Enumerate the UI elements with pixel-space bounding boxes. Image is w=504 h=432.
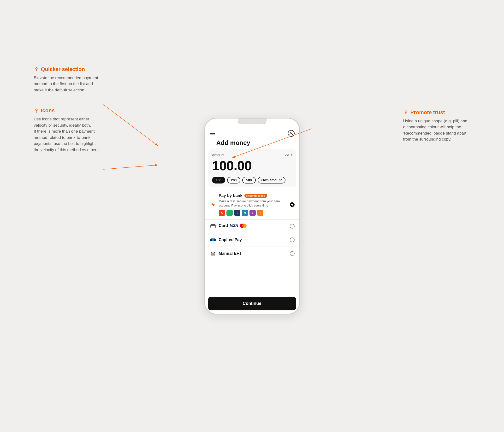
radio-pay-by-bank[interactable] [290,202,295,207]
amount-chips: 100 200 500 Own amount [212,177,292,183]
spacer [205,260,299,294]
card-name: Card [219,223,228,228]
right-annotations: Promote trust Using a unique shape (e.g.… [403,109,470,157]
bank-logo-t: T [257,210,263,216]
chip-100[interactable]: 100 [212,177,225,183]
hamburger-line-3 [210,135,215,135]
svg-marker-4 [211,202,215,207]
svg-rect-5 [211,225,216,228]
svg-rect-16 [211,255,215,255]
phone-notch-area [205,118,299,128]
payment-method-pay-by-bank[interactable]: Pay by bank Recommended Make a fast, sec… [205,190,299,219]
hamburger-line-2 [210,133,215,134]
svg-line-18 [103,165,157,169]
page-title: Add money [216,139,251,147]
bank-logo-i: I [234,210,240,216]
bank-logo-n: N [242,210,248,216]
hamburger-line-1 [210,132,215,132]
radio-card[interactable] [290,224,295,229]
phone-header [205,128,299,138]
currency-label: ZAR [285,153,292,157]
phone-frame: ← Add money Amount ZAR 100.00 100 200 50… [204,118,300,315]
pay-by-bank-desc: Make a fast, secure payment from your ba… [219,199,288,208]
annotation-quicker-selection: Quicker selection Elevate the recommende… [34,66,101,93]
annotation-icons: Icons Use icons that represent either ve… [34,108,101,153]
bank-logo-s: S [250,210,256,216]
card-icons: VISA [230,223,247,228]
capitec-icon [210,236,216,243]
mastercard-logo [239,223,247,228]
svg-point-11 [212,239,214,241]
bulb-icon-3 [403,110,408,115]
annotation-quicker-title: Quicker selection [41,66,85,72]
capitec-name: Capitec Pay [219,237,242,242]
amount-label: Amount [212,153,225,157]
annotation-icons-body: Use icons that represent either velocity… [34,116,101,153]
annotation-promote-body: Using a unique shape (e.g. pill) and a c… [403,118,470,143]
recommended-badge: Recommended [244,194,267,198]
profile-button[interactable] [288,130,295,137]
card-icon [210,223,216,230]
annotation-quicker-body: Elevate the recommended payment method t… [34,75,101,93]
svg-line-17 [103,105,157,145]
svg-marker-12 [211,252,215,253]
svg-rect-13 [211,253,212,255]
bank-logo-f: F [226,210,233,216]
bank-building-icon [210,250,216,257]
left-annotations: Quicker selection Elevate the recommende… [34,66,101,167]
svg-point-1 [36,109,37,111]
bulb-icon-2 [34,108,39,113]
svg-point-0 [36,67,37,69]
payment-method-manual-eft[interactable]: Manual EFT [205,247,299,260]
amount-value[interactable]: 100.00 [212,158,292,173]
annotation-promote-title: Promote trust [410,109,445,116]
hamburger-menu-button[interactable] [210,132,215,135]
outer-container: Quicker selection Elevate the recommende… [24,18,480,414]
radio-capitec[interactable] [290,237,295,242]
chip-own-amount[interactable]: Own amount [258,177,286,183]
payment-method-card[interactable]: Card VISA [205,219,299,233]
phone-notch-pill [238,118,267,124]
annotation-promote-trust: Promote trust Using a unique shape (e.g.… [403,109,470,143]
amount-section: Amount ZAR 100.00 100 200 500 Own amount [208,149,296,187]
profile-icon [289,131,293,135]
pay-by-bank-name: Pay by bank [219,193,243,198]
manual-eft-name: Manual EFT [219,251,242,256]
visa-logo: VISA [230,224,238,228]
svg-rect-15 [214,253,215,255]
phone-screen: ← Add money Amount ZAR 100.00 100 200 50… [205,118,299,314]
payment-method-capitec[interactable]: Capitec Pay [205,233,299,247]
annotation-icons-title: Icons [41,108,55,114]
manual-eft-content: Manual EFT [219,251,288,256]
back-button[interactable]: ← [210,140,215,146]
bank-logos: A F I N S T [219,210,288,216]
continue-button[interactable]: Continue [208,297,296,310]
chip-200[interactable]: 200 [227,177,240,183]
bank-logo-a: A [219,210,225,216]
bulb-icon-1 [34,67,39,72]
page-title-row: ← Add money [205,138,299,149]
capitec-content: Capitec Pay [219,237,288,242]
svg-rect-14 [213,253,213,255]
svg-point-2 [405,111,407,112]
card-content: Card VISA [219,223,288,229]
chip-500[interactable]: 500 [242,177,255,183]
pay-by-bank-content: Pay by bank Recommended Make a fast, sec… [219,193,288,216]
bolt-icon [210,201,216,208]
svg-point-3 [290,132,292,133]
radio-manual-eft[interactable] [290,251,295,256]
